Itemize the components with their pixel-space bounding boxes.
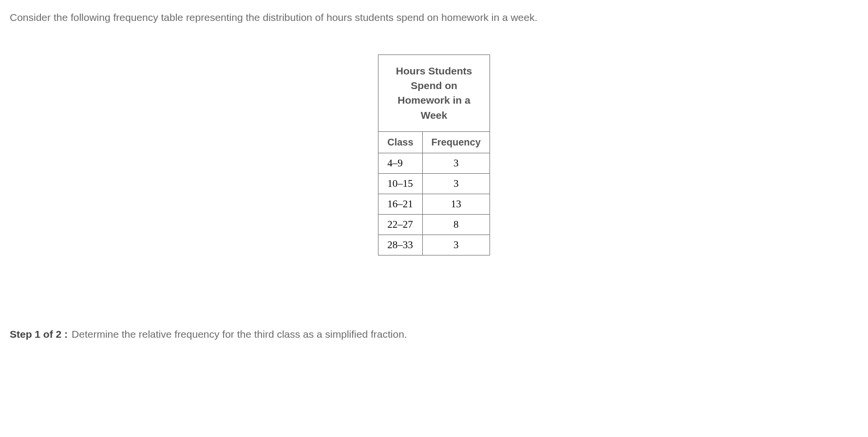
table-row: 4–9 3 xyxy=(378,153,490,174)
table-row: 16–21 13 xyxy=(378,194,490,215)
class-cell: 28–33 xyxy=(378,235,422,255)
frequency-table: Hours Students Spend on Homework in a We… xyxy=(378,55,490,256)
table-title: Hours Students Spend on Homework in a We… xyxy=(378,55,490,132)
table-row: 10–15 3 xyxy=(378,174,490,194)
table-title-line3: Homework in a xyxy=(397,94,470,106)
table-row: 22–27 8 xyxy=(378,215,490,235)
frequency-cell: 13 xyxy=(422,194,490,215)
frequency-cell: 8 xyxy=(422,215,490,235)
table-row: 28–33 3 xyxy=(378,235,490,255)
class-cell: 16–21 xyxy=(378,194,422,215)
step-label: Step 1 of 2 : xyxy=(10,328,68,340)
class-cell: 22–27 xyxy=(378,215,422,235)
frequency-cell: 3 xyxy=(422,235,490,255)
class-cell: 4–9 xyxy=(378,153,422,174)
frequency-cell: 3 xyxy=(422,174,490,194)
class-cell: 10–15 xyxy=(378,174,422,194)
column-header-class: Class xyxy=(378,132,422,153)
table-title-line1: Hours Students xyxy=(396,65,472,76)
question-prompt: Consider the following frequency table r… xyxy=(10,10,858,25)
table-title-line2: Spend on xyxy=(411,80,457,91)
step-container: Step 1 of 2 : Determine the relative fre… xyxy=(10,328,858,340)
table-title-line4: Week xyxy=(421,109,447,121)
table-container: Hours Students Spend on Homework in a We… xyxy=(10,55,858,256)
column-header-frequency: Frequency xyxy=(422,132,490,153)
frequency-cell: 3 xyxy=(422,153,490,174)
step-instruction: Determine the relative frequency for the… xyxy=(72,328,407,340)
